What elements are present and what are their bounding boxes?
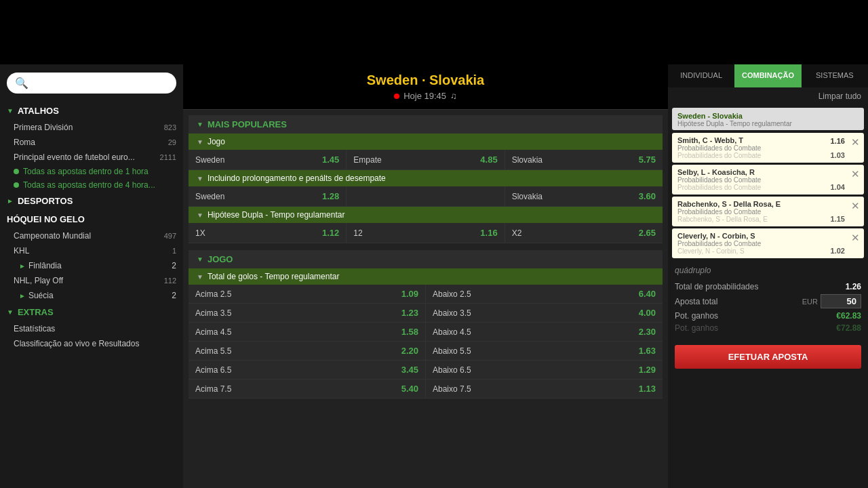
bet-slip-header: Sweden - Slovakia Hipótese Dupla - Tempo…: [672, 108, 864, 130]
bet-summary: Total de probabilidades 1.26 Aposta tota…: [668, 278, 868, 340]
bet-slip-match-sub: Hipótese Dupla - Tempo regulamentar: [677, 120, 859, 127]
limpar-tudo-button[interactable]: Limpar tudo: [668, 87, 868, 105]
totals-row: Acima 7.5 5.40 Abaixo 7.5 1.13: [189, 380, 663, 399]
tab-individual[interactable]: INDIVIDUAL: [668, 64, 734, 87]
sidebar-item-suecia[interactable]: ►Suécia 2: [0, 288, 183, 303]
sidebar-item-primera[interactable]: Primera División 823: [0, 120, 183, 135]
totals-row: Acima 6.5 3.45 Abaixo 6.5 1.29: [189, 361, 663, 380]
totals-over-3[interactable]: Acima 5.5 2.20: [189, 342, 426, 360]
bet-x2[interactable]: X2 2.65: [505, 223, 663, 243]
prolongamento-row: Sweden 1.28 Slovakia 3.60: [189, 186, 663, 207]
bet-slip-val: 1.04: [831, 183, 845, 191]
totals-under-5[interactable]: Abaixo 7.5 1.13: [426, 380, 663, 398]
sidebar-item-roma[interactable]: Roma 29: [0, 135, 183, 150]
sidebar-item-campeonato[interactable]: Campeonato Mundial 497: [0, 228, 183, 243]
section-mais-populares: ▼ MAIS POPULARES ▼ Jogo Sweden 1.45 Empa…: [189, 115, 663, 243]
hipotese-row: 1X 1.12 12 1.16 X2 2.65: [189, 223, 663, 243]
totals-over-2[interactable]: Acima 4.5 1.58: [189, 323, 426, 341]
bet-slip-subsub: Probabilidades do Combate: [677, 152, 844, 159]
aposta-input-group: EUR: [802, 294, 861, 308]
tab-sistemas[interactable]: SISTEMAS: [802, 64, 868, 87]
green-dot-icon: [14, 169, 19, 174]
bet-slip-title: Smith, C - Webb, T: [677, 136, 844, 144]
bet-slip-title: Cleverly, N - Corbin, S: [677, 232, 844, 240]
arrow-icon: ▼: [197, 273, 203, 281]
arrow-icon: ►: [19, 262, 26, 270]
totals-row: Acima 5.5 2.20 Abaixo 5.5 1.63: [189, 342, 663, 361]
totals-under-2[interactable]: Abaixo 4.5 2.30: [426, 323, 663, 341]
bet-empate[interactable]: Empate 4.85: [347, 150, 505, 169]
match-header: Sweden · Slovakia Hoje 19:45 ♫: [183, 64, 668, 110]
totals-over-4[interactable]: Acima 6.5 3.45: [189, 361, 426, 379]
aposta-total-row: Aposta total EUR: [675, 294, 861, 308]
totals-under-0[interactable]: Abaixo 2.5 6.40: [426, 285, 663, 303]
totals-under-3[interactable]: Abaixo 5.5 1.63: [426, 342, 663, 360]
subsection-jogo[interactable]: ▼ Jogo: [189, 134, 663, 150]
center-panel: Sweden · Slovakia Hoje 19:45 ♫ ▼ MAIS PO…: [183, 64, 668, 488]
sidebar-item-4hora[interactable]: Todas as apostas dentro de 4 hora...: [0, 178, 183, 192]
bet-slip-sub: Probabilidades do Combate: [677, 208, 844, 216]
totals-over-1[interactable]: Acima 3.5 1.23: [189, 304, 426, 322]
aposta-value-input[interactable]: [821, 294, 861, 308]
section-jogo: ▼ JOGO ▼ Total de golos - Tempo regulame…: [189, 250, 663, 399]
bet-sweden-prol[interactable]: Sweden 1.28: [189, 186, 347, 206]
totals-under-4[interactable]: Abaixo 6.5 1.29: [426, 361, 663, 379]
bet-slip-subsub: Cleverly, N - Corbin, S: [677, 247, 844, 255]
sidebar-item-principal[interactable]: Principal evento de futebol euro... 2111: [0, 150, 183, 165]
quadruplo-label: quádruplo: [668, 260, 868, 278]
efetuar-aposta-button[interactable]: EFETUAR APOSTA: [675, 345, 861, 369]
totals-container: Acima 2.5 1.09 Abaixo 2.5 6.40 Acima 3.5…: [189, 285, 663, 399]
arrow-icon: ►: [19, 292, 26, 300]
totals-row: Acima 2.5 1.09 Abaixo 2.5 6.40: [189, 285, 663, 304]
bet-1x[interactable]: 1X 1.12: [189, 223, 347, 243]
section-label-mais-populares[interactable]: ▼ MAIS POPULARES: [189, 115, 663, 134]
bet-slip-val: 1.03: [831, 151, 845, 159]
sidebar-item-estatisticas[interactable]: Estatísticas: [0, 321, 183, 336]
search-input[interactable]: [34, 78, 168, 88]
sidebar-section-desportos[interactable]: ► DESPORTOS: [0, 192, 183, 210]
match-title: Sweden · Slovakia: [197, 73, 654, 88]
sidebar-section-hoquei[interactable]: HÓQUEI NO GELO: [0, 210, 183, 228]
bet-sweden[interactable]: Sweden 1.45: [189, 150, 347, 169]
sidebar-item-finlandia[interactable]: ►Finlândia 2: [0, 258, 183, 273]
totals-over-5[interactable]: Acima 7.5 5.40: [189, 380, 426, 398]
subsection-prolongamento[interactable]: ▼ Incluindo prolongamento e penálts de d…: [189, 170, 663, 186]
sidebar-section-extras[interactable]: ▼ EXTRAS: [0, 303, 183, 321]
pot-ganhos-row: Pot. ganhos €62.83: [675, 311, 861, 321]
bet-slip-close-button[interactable]: ✕: [851, 232, 860, 244]
bet-slip-close-button[interactable]: ✕: [851, 168, 860, 180]
match-time: Hoje 19:45 ♫: [197, 91, 654, 101]
section-label-jogo[interactable]: ▼ JOGO: [189, 250, 663, 268]
sections-container: ▼ MAIS POPULARES ▼ Jogo Sweden 1.45 Empa…: [183, 110, 668, 411]
bet-slip-val: 1.02: [831, 247, 845, 255]
bet-slip-item: Rabchenko, S - Della Rosa, E Probabilida…: [672, 197, 864, 226]
sidebar-item-khl[interactable]: KHL 1: [0, 243, 183, 258]
bet-slip-item: Selby, L - Koasicha, R Probabilidades do…: [672, 165, 864, 195]
subsection-hipotese-dupla[interactable]: ▼ Hipótese Dupla - Tempo regulamentar: [189, 207, 663, 223]
sidebar-item-nhl[interactable]: NHL, Play Off 112: [0, 273, 183, 288]
bet-12[interactable]: 12 1.16: [347, 223, 505, 243]
bet-slip-match-title: Sweden - Slovakia: [677, 112, 859, 120]
total-probabilidades-row: Total de probabilidades 1.26: [675, 282, 861, 291]
bet-slip-subsub: Probabilidades do Combate: [677, 184, 844, 191]
bet-slip-item: Smith, C - Webb, T Probabilidades do Com…: [672, 133, 864, 163]
totals-under-1[interactable]: Abaixo 3.5 4.00: [426, 304, 663, 322]
arrow-icon: ▼: [197, 138, 203, 146]
bet-slovakia-prol[interactable]: Slovakia 3.60: [505, 186, 663, 206]
sidebar-item-1hora[interactable]: Todas as apostas dentro de 1 hora: [0, 165, 183, 178]
search-bar[interactable]: 🔍: [7, 73, 176, 94]
bet-slip-title: Selby, L - Koasicha, R: [677, 168, 844, 176]
sidebar: 🔍 ▼ ATALHOS Primera División 823 Roma 29…: [0, 64, 183, 488]
sidebar-section-atalhos[interactable]: ▼ ATALHOS: [0, 102, 183, 120]
subsection-total-golos[interactable]: ▼ Total de golos - Tempo regulamentar: [189, 268, 663, 285]
bet-slip-val: 1.15: [831, 215, 845, 223]
bet-slip-close-button[interactable]: ✕: [851, 200, 860, 212]
sidebar-item-classificacao[interactable]: Classificação ao vivo e Resultados: [0, 336, 183, 351]
totals-over-0[interactable]: Acima 2.5 1.09: [189, 285, 426, 303]
tab-combinacao[interactable]: COMBINAÇÃO: [734, 64, 801, 87]
arrow-icon: ▼: [7, 308, 14, 316]
arrow-icon: ▼: [197, 211, 203, 219]
bet-slovakia[interactable]: Slovakia 5.75: [505, 150, 663, 169]
bet-slip-title: Rabchenko, S - Della Rosa, E: [677, 200, 844, 208]
bet-slip-close-button[interactable]: ✕: [851, 136, 860, 148]
